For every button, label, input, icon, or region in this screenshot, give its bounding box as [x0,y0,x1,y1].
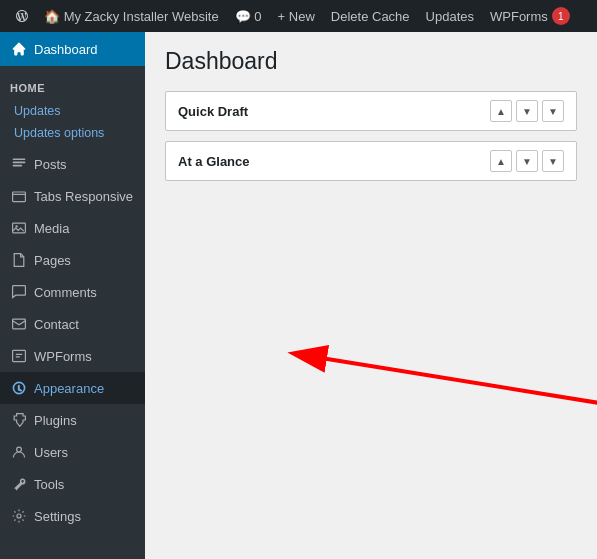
site-name-icon: 🏠 [44,9,60,24]
at-a-glance-up[interactable]: ▲ [490,150,512,172]
dashboard-icon [10,40,28,58]
svg-point-5 [17,447,22,452]
comments-icon: 💬 [235,9,251,24]
wpforms-badge: 1 [552,7,570,25]
svg-rect-4 [13,350,26,361]
svg-point-6 [17,514,21,518]
plugins-icon [10,411,28,429]
quick-draft-controls: ▲ ▼ ▼ [490,100,564,122]
sidebar-item-plugins[interactable]: Plugins [0,404,145,436]
at-a-glance-down[interactable]: ▼ [516,150,538,172]
main-content: Dashboard Quick Draft ▲ ▼ ▼ At a Glance … [145,32,597,559]
red-arrow [285,302,597,422]
quick-draft-toggle[interactable]: ▼ [542,100,564,122]
sidebar-item-updates[interactable]: Updates [0,100,145,122]
sidebar-item-posts[interactable]: Posts [0,148,145,180]
dashboard-label: Dashboard [34,42,98,57]
at-a-glance-widget: At a Glance ▲ ▼ ▼ [165,141,577,181]
admin-bar-comments[interactable]: 💬 0 [227,0,270,32]
svg-rect-0 [13,192,26,202]
posts-icon [10,155,28,173]
tabs-icon [10,187,28,205]
admin-bar-updates[interactable]: Updates [418,0,482,32]
main-layout: Dashboard Home Updates Updates options P… [0,32,597,559]
sidebar-item-comments[interactable]: Comments [0,276,145,308]
sidebar-item-wpforms[interactable]: WPForms [0,340,145,372]
svg-line-8 [315,357,597,412]
wpforms-sidebar-icon [10,347,28,365]
comments-sidebar-icon [10,283,28,301]
sidebar-item-updates-options[interactable]: Updates options [0,122,145,144]
sidebar: Dashboard Home Updates Updates options P… [0,32,145,559]
admin-bar-site-name[interactable]: 🏠 My Zacky Installer Website [36,0,227,32]
sidebar-item-media[interactable]: Media [0,212,145,244]
at-a-glance-title: At a Glance [178,154,250,169]
wp-logo[interactable] [8,0,36,32]
admin-bar-new[interactable]: + New [270,0,323,32]
admin-bar-wpforms[interactable]: WPForms 1 [482,0,578,32]
media-icon [10,219,28,237]
users-icon [10,443,28,461]
sidebar-item-dashboard[interactable]: Dashboard [0,32,145,66]
quick-draft-up[interactable]: ▲ [490,100,512,122]
sidebar-item-tabs-responsive[interactable]: Tabs Responsive [0,180,145,212]
sidebar-item-tools[interactable]: Tools [0,468,145,500]
page-title: Dashboard [165,48,577,75]
sidebar-item-appearance[interactable]: Appearance [0,372,145,404]
at-a-glance-header[interactable]: At a Glance ▲ ▼ ▼ [166,142,576,180]
contact-icon [10,315,28,333]
appearance-icon [10,379,28,397]
quick-draft-header[interactable]: Quick Draft ▲ ▼ ▼ [166,92,576,130]
pages-icon [10,251,28,269]
quick-draft-widget: Quick Draft ▲ ▼ ▼ [165,91,577,131]
quick-draft-down[interactable]: ▼ [516,100,538,122]
at-a-glance-controls: ▲ ▼ ▼ [490,150,564,172]
tools-icon [10,475,28,493]
sidebar-item-users[interactable]: Users [0,436,145,468]
sidebar-item-settings[interactable]: Settings [0,500,145,532]
sidebar-item-contact[interactable]: Contact [0,308,145,340]
admin-bar-delete-cache[interactable]: Delete Cache [323,0,418,32]
admin-bar: 🏠 My Zacky Installer Website 💬 0 + New D… [0,0,597,32]
svg-rect-3 [13,319,26,329]
settings-icon [10,507,28,525]
quick-draft-title: Quick Draft [178,104,248,119]
at-a-glance-toggle[interactable]: ▼ [542,150,564,172]
sidebar-item-pages[interactable]: Pages [0,244,145,276]
home-section-label: Home [0,70,145,100]
